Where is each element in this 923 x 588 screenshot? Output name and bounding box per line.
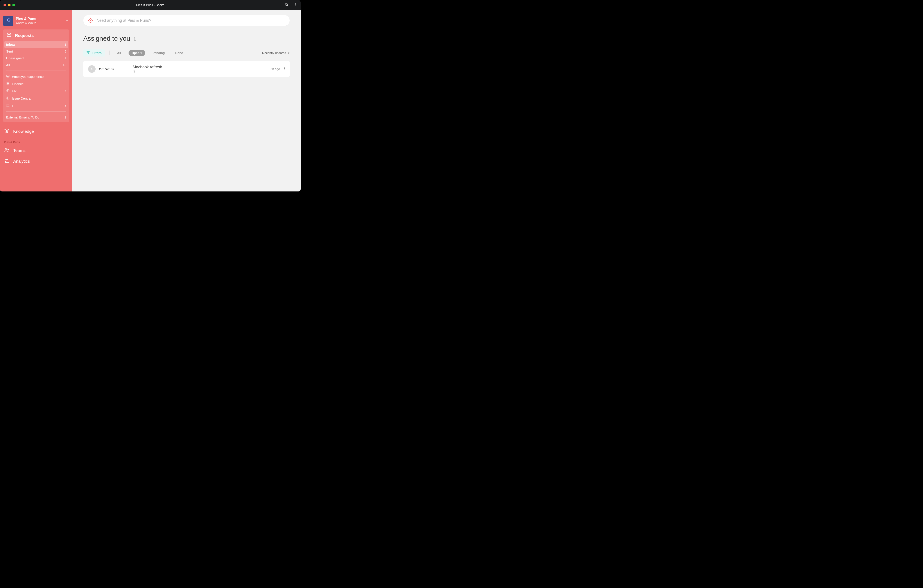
- org-name: Pies & Puns: [16, 17, 62, 21]
- sidebar-item-label: HR: [12, 89, 17, 93]
- sidebar-item-label: External Emails: To Do: [6, 115, 39, 119]
- sidebar-category-hr[interactable]: HR 3: [3, 87, 69, 95]
- sidebar-category-it[interactable]: IT 5: [3, 102, 69, 109]
- ticket-category: IT: [133, 70, 271, 73]
- caret-down-icon: [287, 51, 290, 55]
- sidebar-category-employee-experience[interactable]: Employee experience: [3, 73, 69, 80]
- sidebar-item-sent[interactable]: Sent 5: [3, 48, 69, 55]
- svg-point-6: [7, 76, 8, 77]
- sidebar-category-issue-central[interactable]: Issue Central: [3, 95, 69, 102]
- filter-tab-done[interactable]: Done: [172, 50, 186, 56]
- inbox-icon: [6, 33, 12, 38]
- svg-rect-13: [7, 104, 9, 106]
- window-titlebar: Pies & Puns - Spoke: [0, 0, 301, 10]
- sidebar-item-label: Issue Central: [12, 97, 31, 100]
- sidebar-item-count: 15: [62, 63, 66, 67]
- sidebar-item-count: 2: [64, 116, 66, 119]
- ticket-requester: Tim White: [99, 67, 133, 71]
- svg-point-16: [92, 68, 92, 69]
- sidebar-item-inbox[interactable]: Inbox 1: [4, 41, 68, 48]
- sidebar-item-count: 1: [64, 56, 66, 60]
- globe-icon: [6, 89, 10, 93]
- svg-point-19: [284, 69, 284, 70]
- users-icon: [4, 147, 10, 154]
- sidebar-item-label: Unassigned: [6, 56, 23, 60]
- svg-rect-7: [7, 82, 8, 84]
- sidebar-item-count: 3: [64, 89, 66, 93]
- sidebar-item-label: Inbox: [6, 43, 15, 46]
- sidebar-item-label: Analytics: [13, 159, 30, 164]
- svg-rect-5: [7, 75, 9, 77]
- sort-dropdown[interactable]: Recently updated: [262, 51, 290, 55]
- avatar: [88, 65, 95, 73]
- main-content: Assigned to you 1 Filters All Open 1 Pen…: [72, 10, 301, 191]
- ticket-timestamp: 5h ago: [271, 67, 280, 71]
- sidebar-item-label: Finance: [12, 82, 23, 86]
- sidebar-item-external-emails[interactable]: External Emails: To Do 2: [3, 114, 69, 121]
- sidebar-item-label: Teams: [13, 148, 26, 153]
- svg-rect-9: [7, 84, 8, 85]
- global-search-bar[interactable]: [83, 15, 290, 26]
- filter-tab-all[interactable]: All: [114, 50, 124, 56]
- svg-point-18: [284, 68, 284, 69]
- ticket-row[interactable]: Tim White Macbook refresh IT 5h ago: [83, 61, 290, 77]
- sidebar-item-label: All: [6, 63, 10, 67]
- current-user-name: Andrew White: [16, 21, 62, 25]
- app-logo-icon: [88, 18, 93, 23]
- ticket-title: Macbook refresh: [133, 65, 271, 69]
- sidebar-section-label: Pies & Puns: [3, 137, 69, 145]
- sidebar-knowledge[interactable]: Knowledge: [3, 126, 69, 137]
- sidebar-item-label: IT: [12, 104, 15, 107]
- svg-rect-8: [8, 82, 9, 84]
- sidebar-item-count: 5: [64, 50, 66, 53]
- svg-point-15: [7, 149, 8, 150]
- sidebar-item-label: Knowledge: [13, 129, 34, 134]
- page-title: Assigned to you: [83, 35, 130, 42]
- svg-point-17: [284, 67, 284, 67]
- divider: [6, 71, 66, 71]
- layers-icon: [4, 128, 10, 135]
- requests-card: Requests Inbox 1 Sent 5 Unassigned 1 All…: [3, 30, 69, 122]
- sidebar-teams[interactable]: Teams: [3, 145, 69, 156]
- filters-button[interactable]: Filters: [83, 49, 105, 56]
- svg-point-14: [5, 149, 7, 150]
- globe-icon: [6, 96, 10, 100]
- sidebar-category-finance[interactable]: Finance: [3, 80, 69, 87]
- sort-label: Recently updated: [262, 51, 286, 55]
- sidebar-item-label: Employee experience: [12, 75, 44, 79]
- filter-tab-open[interactable]: Open 1: [128, 50, 145, 56]
- page-count: 1: [133, 36, 136, 42]
- filter-bar: Filters All Open 1 Pending Done Recently…: [83, 49, 290, 56]
- filter-icon: [86, 51, 90, 55]
- org-switcher[interactable]: Pies & Puns Andrew White: [3, 14, 69, 30]
- chevron-down-icon: [65, 19, 68, 23]
- sidebar-item-unassigned[interactable]: Unassigned 1: [3, 55, 69, 62]
- chart-icon: [4, 158, 10, 164]
- grid-icon: [6, 82, 10, 86]
- sidebar: Pies & Puns Andrew White Requests Inbox …: [0, 10, 72, 191]
- sidebar-analytics[interactable]: Analytics: [3, 156, 69, 167]
- sidebar-item-count: 1: [64, 43, 66, 46]
- id-card-icon: [6, 74, 10, 79]
- search-input[interactable]: [97, 18, 285, 23]
- sidebar-requests-header[interactable]: Requests: [3, 32, 69, 41]
- window-title: Pies & Puns - Spoke: [0, 3, 301, 7]
- sidebar-item-label: Sent: [6, 49, 13, 53]
- svg-rect-10: [8, 84, 9, 85]
- sidebar-item-all[interactable]: All 15: [3, 62, 69, 68]
- filters-button-label: Filters: [92, 51, 102, 55]
- requests-label: Requests: [15, 33, 34, 38]
- org-avatar-icon: [3, 16, 13, 26]
- ticket-more-icon[interactable]: [284, 67, 285, 71]
- sidebar-item-count: 5: [64, 104, 66, 107]
- filter-tab-pending[interactable]: Pending: [149, 50, 168, 56]
- laptop-icon: [6, 103, 10, 108]
